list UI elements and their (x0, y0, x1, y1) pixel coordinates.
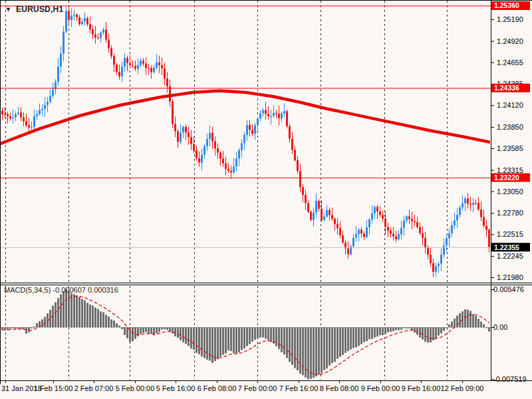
macd-bar (118, 326, 120, 327)
candle-body (414, 221, 416, 222)
candle-body (92, 29, 94, 34)
macd-bar (241, 327, 243, 350)
candle-body (374, 207, 376, 213)
candle-body (145, 63, 147, 68)
candle-body (469, 203, 471, 205)
macd-bar (432, 327, 434, 340)
macd-bar (233, 327, 235, 353)
macd-bar (387, 327, 389, 332)
macd-bar (339, 327, 341, 357)
macd-bar (454, 319, 456, 327)
candle-body (464, 198, 466, 203)
candle-body (382, 215, 384, 218)
macd-bar (193, 327, 195, 350)
macd-bar (289, 327, 291, 362)
candle-body (326, 210, 328, 217)
macd-axis-label: 0.005476 (493, 285, 524, 293)
macd-bar (313, 327, 315, 378)
macd-bar (44, 317, 46, 327)
candle-body (339, 228, 341, 235)
macd-bar (419, 327, 421, 337)
price-axis-label: 1.24920 (497, 37, 523, 45)
macd-bar (150, 327, 152, 334)
macd-bar (31, 327, 33, 329)
candle-body (116, 65, 118, 72)
candle-body (140, 61, 142, 65)
macd-bar (477, 319, 479, 327)
candle-body (39, 110, 41, 114)
candle-body (419, 227, 421, 233)
macd-bar (219, 327, 221, 356)
macd-bar (156, 327, 158, 333)
macd-bar (422, 327, 424, 339)
candle-body (477, 203, 479, 209)
macd-bar (257, 327, 259, 338)
macd-bar (190, 327, 192, 348)
candle-body (371, 213, 373, 219)
macd-bar (161, 327, 163, 330)
candle-body (483, 217, 485, 225)
macd-bar (60, 294, 62, 327)
macd-bar (70, 293, 72, 327)
macd-bar (164, 327, 166, 329)
macd-axis-label: 0.00 (493, 323, 507, 331)
price-axis-label: 1.24120 (497, 101, 523, 109)
macd-bar (246, 327, 248, 346)
candle-body (235, 158, 237, 166)
candle-body (376, 207, 378, 211)
candle-body (17, 112, 19, 114)
macd-bar (488, 327, 490, 331)
candle-body (254, 125, 256, 134)
candle-body (73, 15, 75, 16)
candle-body (305, 195, 307, 203)
candle-body (472, 203, 474, 205)
macd-bar (84, 301, 86, 327)
macd-bar (145, 327, 147, 332)
macd-bar (392, 327, 394, 331)
candle-body (424, 238, 426, 248)
chevron-down-icon[interactable]: ▼ (5, 7, 11, 13)
macd-bar (49, 310, 51, 327)
candle-body (113, 56, 115, 65)
macd-bar (270, 327, 272, 342)
candle-body (60, 53, 62, 66)
candle-body (188, 132, 190, 137)
candle-body (94, 35, 96, 38)
candle-body (427, 247, 429, 255)
candle-body (1, 111, 3, 114)
candle-body (225, 164, 227, 169)
macd-bar (97, 309, 99, 327)
candle-body (238, 150, 240, 159)
macd-bar (113, 321, 115, 327)
candle-body (246, 125, 248, 135)
candle-body (214, 141, 216, 148)
candle-body (206, 139, 208, 146)
chart-window: 1.251901.249201.246551.243851.241201.238… (0, 0, 532, 399)
candle-body (211, 133, 213, 142)
candle-body (336, 224, 338, 229)
candle-body (462, 203, 464, 207)
candle-body (347, 249, 349, 255)
candle-body (307, 203, 309, 211)
candle-body (70, 16, 72, 21)
candle-body (259, 113, 261, 118)
candle-body (28, 125, 30, 127)
macd-bar (382, 327, 384, 335)
candle-body (222, 159, 224, 164)
candle-body (435, 266, 437, 272)
macd-bar (158, 327, 160, 332)
candle-body (198, 158, 200, 163)
date-axis-label: 5 Feb 00:00 (116, 384, 155, 392)
macd-bar (400, 327, 402, 330)
macd-bar (211, 327, 213, 363)
macd-bar (68, 291, 70, 327)
price-chart-canvas[interactable]: 1.251901.249201.246551.243851.241201.238… (0, 0, 532, 399)
macd-bar (331, 327, 333, 363)
candle-body (172, 102, 174, 124)
candle-body (15, 114, 17, 117)
macd-bar (142, 327, 144, 333)
macd-bar (235, 327, 237, 354)
macd-bar (227, 327, 229, 350)
macd-bar (12, 327, 14, 329)
candle-body (166, 78, 168, 86)
